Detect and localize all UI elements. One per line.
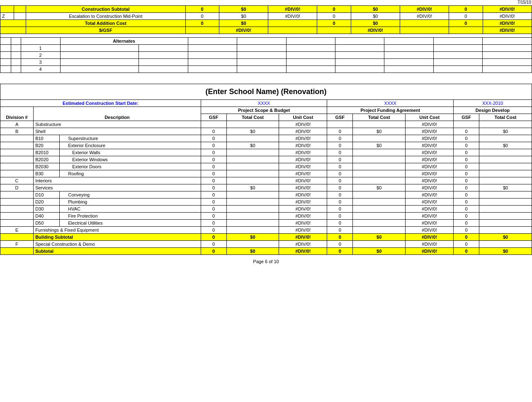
row-D20-t1 — [226, 199, 279, 206]
alt4-c9 — [335, 66, 384, 73]
row-F-t1 — [226, 241, 279, 248]
gsf-empty2 — [185, 27, 219, 34]
esc-gsf3: 0 — [449, 13, 483, 20]
st-letter — [0, 248, 34, 255]
alt4-c6 — [188, 66, 237, 73]
row-D30-g1: 0 — [201, 206, 226, 213]
row-B2030: B2030 Exterior Doors 0 #DIV/0! 0 #DIV/0!… — [0, 163, 532, 170]
alt1-c9 — [335, 45, 384, 52]
alt3-c5 — [139, 59, 188, 66]
row-F-g2: 0 — [327, 241, 353, 248]
row-D40-t2 — [353, 213, 406, 220]
row-B30-g3: 0 — [454, 170, 479, 177]
row-A: A Substructure #DIV/0! #DIV/0! — [0, 121, 532, 128]
row-B20-t2: $0 — [353, 142, 406, 149]
row-A-u1: #DIV/0! — [279, 121, 327, 128]
renovation-title: (Enter School Name) (Renovation) — [0, 84, 532, 99]
bs-g1: 0 — [201, 234, 226, 241]
escalation-row: Z Escalation to Construction Mid-Point 0… — [0, 13, 532, 20]
sh-gsf2: GSF — [327, 114, 353, 121]
row-C-t1 — [226, 177, 279, 184]
row-A-g3 — [454, 121, 479, 128]
ta-gsf2: 0 — [317, 20, 351, 27]
bs-u1: #DIV/0! — [279, 234, 327, 241]
row-D40-u1: #DIV/0! — [279, 213, 327, 220]
row-C-u2: #DIV/0! — [406, 177, 454, 184]
row-D50-code: D50 — [34, 220, 60, 227]
row-E-letter: E — [0, 227, 34, 234]
row-E-t3 — [479, 227, 532, 234]
row-B30-t2 — [353, 170, 406, 177]
row-B10-u2: #DIV/0! — [406, 135, 454, 142]
row-B10-g3: 0 — [454, 135, 479, 142]
row-D50: D50 Electrical Utilities 0 #DIV/0! 0 #DI… — [0, 220, 532, 227]
esc-gsf2: 0 — [317, 13, 351, 20]
esc-total2: $0 — [351, 13, 400, 20]
row-B2020-g2: 0 — [327, 156, 353, 163]
ta-gsf1: 0 — [185, 20, 219, 27]
gsf-empty6 — [449, 27, 483, 34]
row-A-g1 — [201, 121, 226, 128]
row-F-letter: F — [0, 241, 34, 248]
row-C-u1: #DIV/0! — [279, 177, 327, 184]
row-B2030-desc: Exterior Doors — [60, 163, 201, 170]
row-D50-t1 — [226, 220, 279, 227]
alt1-c10 — [384, 45, 433, 52]
row-D40-t3 — [479, 213, 532, 220]
sh-tc3: Total Cost — [479, 114, 532, 121]
row-D20-g3: 0 — [454, 199, 479, 206]
row-D20-code: D20 — [34, 199, 60, 206]
row-B2020-desc: Exterior Windows — [60, 156, 201, 163]
row-D-t3: $0 — [479, 184, 532, 191]
row-E-t1 — [226, 227, 279, 234]
alt-h7 — [286, 38, 335, 45]
row-D-g3: 0 — [454, 184, 479, 191]
alt2-c1 — [0, 52, 11, 59]
alt4-c12 — [483, 66, 532, 73]
alt2-c8 — [286, 52, 335, 59]
row-B2010-g1: 0 — [201, 149, 226, 156]
row-B20-g1: 0 — [201, 142, 226, 149]
row-D20-g2: 0 — [327, 199, 353, 206]
row-B10-t1 — [226, 135, 279, 142]
row-F-desc: Special Construction & Demo — [34, 241, 201, 248]
row-D10-g3: 0 — [454, 191, 479, 199]
row-B2020-t2 — [353, 156, 406, 163]
sh-uc2: Unit Cost — [406, 114, 454, 121]
row-C: C Interiors 0 #DIV/0! 0 #DIV/0! 0 — [0, 177, 532, 184]
row-D10-g1: 0 — [201, 191, 226, 199]
alt4-c4 — [60, 66, 139, 73]
row-D20-t2 — [353, 199, 406, 206]
row-B2030-code: B2030 — [34, 163, 60, 170]
alt1-num: 1 — [21, 45, 60, 52]
row-D40-code: D40 — [34, 213, 60, 220]
row-D30-desc: HVAC — [60, 206, 201, 213]
row-C-t2 — [353, 177, 406, 184]
alt-h1 — [0, 38, 11, 45]
row-B30-t3 — [479, 170, 532, 177]
row-B30-letter — [0, 170, 34, 177]
row-C-letter: C — [0, 177, 34, 184]
alt2-c10 — [384, 52, 433, 59]
row-D20-t3 — [479, 199, 532, 206]
row-B2030-g2: 0 — [327, 163, 353, 170]
row-D-desc: Services — [34, 184, 201, 191]
row-A-t3 — [479, 121, 532, 128]
cs-letter — [0, 6, 14, 13]
row-D30-u2: #DIV/0! — [406, 206, 454, 213]
alt-h2 — [11, 38, 21, 45]
row-D50-u2: #DIV/0! — [406, 220, 454, 227]
st-g1: 0 — [201, 248, 226, 255]
row-D50-t3 — [479, 220, 532, 227]
st-t2: $0 — [353, 248, 406, 255]
row-D-letter: D — [0, 184, 34, 191]
alt-h9 — [384, 38, 433, 45]
alt1-c4 — [60, 45, 139, 52]
cs-total2: $0 — [351, 6, 400, 13]
row-F-g1: 0 — [201, 241, 226, 248]
alt3-c12 — [483, 59, 532, 66]
col3-code: XXX-2010 — [454, 100, 532, 107]
row-B2030-u2: #DIV/0! — [406, 163, 454, 170]
row-D30-t3 — [479, 206, 532, 213]
row-D50-letter — [0, 220, 34, 227]
